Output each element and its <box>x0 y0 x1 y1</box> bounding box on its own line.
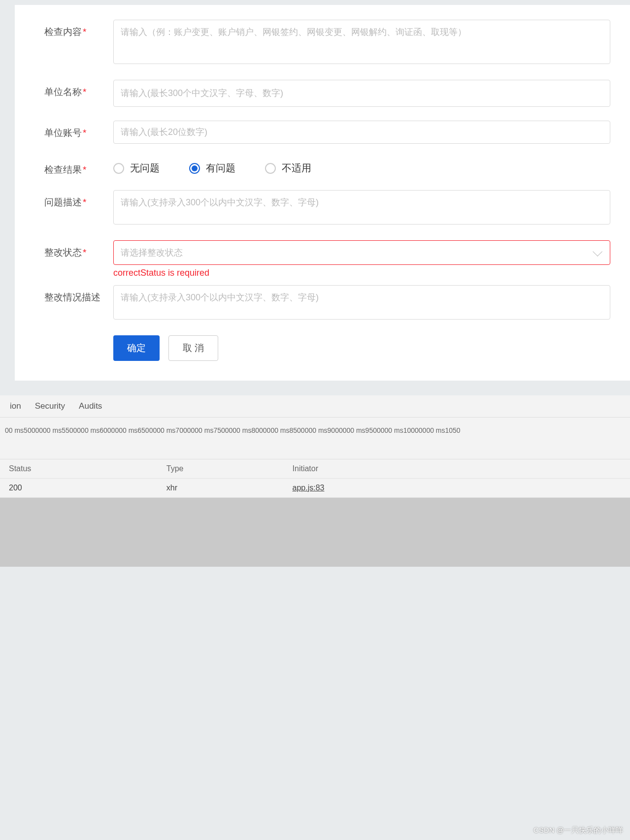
timeline-track <box>5 434 625 459</box>
label-correct-desc: 整改情况描述 <box>44 285 113 304</box>
tab-security[interactable]: Security <box>35 401 65 411</box>
table-header-row: Status Type Initiator <box>0 459 630 479</box>
radio-group-inspect-result: 无问题 有问题 不适用 <box>113 158 610 175</box>
input-unit-name[interactable] <box>113 80 610 107</box>
cell-initiator: app.js:83 <box>284 479 630 498</box>
confirm-button[interactable]: 确定 <box>113 335 160 361</box>
form-panel: 检查内容* 单位名称* 单位账号* 检查结果* <box>15 5 630 381</box>
label-inspect-result: 检查结果* <box>44 158 113 176</box>
screen-bezel <box>0 498 630 567</box>
required-star: * <box>83 164 86 175</box>
radio-has-issue[interactable]: 有问题 <box>189 162 235 175</box>
label-correct-status: 整改状态* <box>44 240 113 259</box>
devtools-tabs: ion Security Audits <box>0 395 630 418</box>
row-unit-account: 单位账号* <box>44 121 610 144</box>
col-initiator[interactable]: Initiator <box>284 459 630 479</box>
required-star: * <box>83 27 86 37</box>
required-star: * <box>83 197 86 207</box>
radio-label: 无问题 <box>130 162 160 175</box>
required-star: * <box>83 247 86 258</box>
select-placeholder: 请选择整改状态 <box>121 247 183 258</box>
error-correct-status: correctStatus is required <box>113 268 610 278</box>
cancel-button[interactable]: 取 消 <box>168 335 218 361</box>
col-type[interactable]: Type <box>158 459 284 479</box>
input-correct-desc[interactable] <box>113 285 610 320</box>
radio-icon <box>189 163 200 174</box>
button-row: 确定 取 消 <box>113 335 610 361</box>
table-row[interactable]: 200 xhr app.js:83 <box>0 479 630 498</box>
label-unit-account: 单位账号* <box>44 121 113 139</box>
input-unit-account[interactable] <box>113 121 610 144</box>
initiator-link[interactable]: app.js:83 <box>293 484 325 492</box>
radio-no-issue[interactable]: 无问题 <box>113 162 160 175</box>
label-inspect-content: 检查内容* <box>44 20 113 38</box>
row-correct-status: 整改状态* 请选择整改状态 correctStatus is required <box>44 240 610 278</box>
select-correct-status[interactable]: 请选择整改状态 <box>113 240 610 265</box>
radio-icon <box>265 163 276 174</box>
required-star: * <box>83 128 86 138</box>
network-timeline[interactable]: 00 ms5000000 ms5500000 ms6000000 ms65000… <box>0 418 630 459</box>
radio-not-applicable[interactable]: 不适用 <box>265 162 311 175</box>
radio-icon <box>113 163 124 174</box>
label-unit-name: 单位名称* <box>44 80 113 98</box>
timeline-ticks: 00 ms5000000 ms5500000 ms6000000 ms65000… <box>5 426 625 434</box>
row-issue-desc: 问题描述* <box>44 190 610 226</box>
row-inspect-content: 检查内容* <box>44 20 610 66</box>
cell-status: 200 <box>0 479 158 498</box>
radio-label: 不适用 <box>282 162 311 175</box>
chevron-down-icon <box>593 247 602 257</box>
required-star: * <box>83 87 86 97</box>
row-unit-name: 单位名称* <box>44 80 610 107</box>
cell-type: xhr <box>158 479 284 498</box>
tab-audits[interactable]: Audits <box>79 401 102 411</box>
row-correct-desc: 整改情况描述 <box>44 285 610 322</box>
devtools-panel: ion Security Audits 00 ms5000000 ms55000… <box>0 395 630 498</box>
network-table: Status Type Initiator 200 xhr app.js:83 <box>0 459 630 498</box>
radio-label: 有问题 <box>206 162 235 175</box>
input-issue-desc[interactable] <box>113 190 610 225</box>
tab-partial[interactable]: ion <box>10 401 21 411</box>
row-inspect-result: 检查结果* 无问题 有问题 不适用 <box>44 158 610 176</box>
label-issue-desc: 问题描述* <box>44 190 113 209</box>
input-inspect-content[interactable] <box>113 20 610 64</box>
col-status[interactable]: Status <box>0 459 158 479</box>
